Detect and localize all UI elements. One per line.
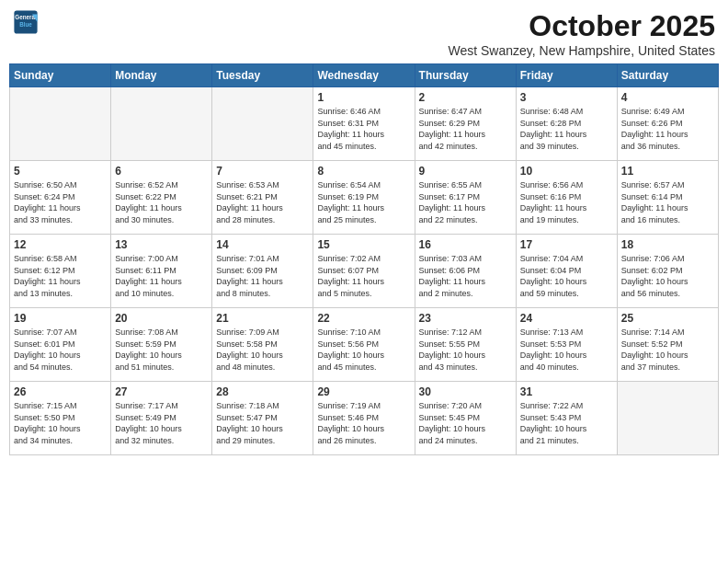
calendar-cell: 21Sunrise: 7:09 AM Sunset: 5:58 PM Dayli… bbox=[212, 308, 313, 382]
day-info: Sunrise: 6:52 AM Sunset: 6:22 PM Dayligh… bbox=[115, 179, 208, 225]
week-row-3: 19Sunrise: 7:07 AM Sunset: 6:01 PM Dayli… bbox=[10, 308, 719, 382]
day-info: Sunrise: 6:57 AM Sunset: 6:14 PM Dayligh… bbox=[621, 179, 714, 225]
day-number: 25 bbox=[621, 312, 714, 325]
day-number: 24 bbox=[520, 312, 613, 325]
day-number: 13 bbox=[115, 238, 208, 251]
calendar-cell: 26Sunrise: 7:15 AM Sunset: 5:50 PM Dayli… bbox=[10, 382, 111, 455]
day-number: 26 bbox=[14, 385, 107, 398]
calendar-cell: 15Sunrise: 7:02 AM Sunset: 6:07 PM Dayli… bbox=[313, 235, 415, 308]
calendar-cell: 22Sunrise: 7:10 AM Sunset: 5:56 PM Dayli… bbox=[313, 308, 415, 382]
calendar-cell: 9Sunrise: 6:55 AM Sunset: 6:17 PM Daylig… bbox=[415, 161, 516, 235]
day-info: Sunrise: 6:56 AM Sunset: 6:16 PM Dayligh… bbox=[520, 179, 613, 225]
calendar-cell bbox=[10, 87, 111, 161]
day-number: 12 bbox=[14, 238, 107, 251]
day-header-sunday: Sunday bbox=[10, 64, 111, 87]
day-number: 14 bbox=[216, 238, 309, 251]
day-number: 11 bbox=[621, 165, 714, 178]
day-info: Sunrise: 7:02 AM Sunset: 6:07 PM Dayligh… bbox=[317, 253, 410, 299]
day-info: Sunrise: 7:09 AM Sunset: 5:58 PM Dayligh… bbox=[216, 327, 309, 373]
day-info: Sunrise: 7:20 AM Sunset: 5:45 PM Dayligh… bbox=[419, 400, 512, 446]
day-number: 6 bbox=[115, 165, 208, 178]
week-row-0: 1Sunrise: 6:46 AM Sunset: 6:31 PM Daylig… bbox=[10, 87, 719, 161]
day-number: 28 bbox=[216, 385, 309, 398]
day-header-wednesday: Wednesday bbox=[313, 64, 415, 87]
day-number: 19 bbox=[14, 312, 107, 325]
calendar-cell: 6Sunrise: 6:52 AM Sunset: 6:22 PM Daylig… bbox=[111, 161, 212, 235]
header-row: SundayMondayTuesdayWednesdayThursdayFrid… bbox=[10, 64, 719, 87]
day-number: 17 bbox=[520, 238, 613, 251]
location-subtitle: West Swanzey, New Hampshire, United Stat… bbox=[449, 43, 716, 58]
day-number: 29 bbox=[317, 385, 410, 398]
day-info: Sunrise: 7:08 AM Sunset: 5:59 PM Dayligh… bbox=[115, 327, 208, 373]
svg-text:Blue: Blue bbox=[19, 21, 32, 28]
day-info: Sunrise: 7:22 AM Sunset: 5:43 PM Dayligh… bbox=[520, 400, 613, 446]
day-info: Sunrise: 6:48 AM Sunset: 6:28 PM Dayligh… bbox=[520, 106, 613, 152]
calendar-cell: 19Sunrise: 7:07 AM Sunset: 6:01 PM Dayli… bbox=[10, 308, 111, 382]
day-info: Sunrise: 6:58 AM Sunset: 6:12 PM Dayligh… bbox=[14, 253, 107, 299]
week-row-1: 5Sunrise: 6:50 AM Sunset: 6:24 PM Daylig… bbox=[10, 161, 719, 235]
day-info: Sunrise: 7:04 AM Sunset: 6:04 PM Dayligh… bbox=[520, 253, 613, 299]
day-info: Sunrise: 6:54 AM Sunset: 6:19 PM Dayligh… bbox=[317, 179, 410, 225]
month-title: October 2025 bbox=[449, 9, 716, 43]
calendar-cell: 7Sunrise: 6:53 AM Sunset: 6:21 PM Daylig… bbox=[212, 161, 313, 235]
day-number: 22 bbox=[317, 312, 410, 325]
calendar-cell: 8Sunrise: 6:54 AM Sunset: 6:19 PM Daylig… bbox=[313, 161, 415, 235]
day-info: Sunrise: 6:47 AM Sunset: 6:29 PM Dayligh… bbox=[419, 106, 512, 152]
day-header-saturday: Saturday bbox=[617, 64, 718, 87]
calendar-cell: 24Sunrise: 7:13 AM Sunset: 5:53 PM Dayli… bbox=[516, 308, 617, 382]
calendar-cell: 14Sunrise: 7:01 AM Sunset: 6:09 PM Dayli… bbox=[212, 235, 313, 308]
day-number: 9 bbox=[419, 165, 512, 178]
logo-icon: General Blue bbox=[13, 9, 39, 35]
day-number: 21 bbox=[216, 312, 309, 325]
calendar-cell: 5Sunrise: 6:50 AM Sunset: 6:24 PM Daylig… bbox=[10, 161, 111, 235]
day-info: Sunrise: 7:03 AM Sunset: 6:06 PM Dayligh… bbox=[419, 253, 512, 299]
header: General Blue October 2025 West Swanzey, … bbox=[9, 9, 719, 58]
calendar-cell: 13Sunrise: 7:00 AM Sunset: 6:11 PM Dayli… bbox=[111, 235, 212, 308]
day-number: 27 bbox=[115, 385, 208, 398]
day-number: 8 bbox=[317, 165, 410, 178]
day-number: 10 bbox=[520, 165, 613, 178]
day-number: 15 bbox=[317, 238, 410, 251]
calendar-cell: 18Sunrise: 7:06 AM Sunset: 6:02 PM Dayli… bbox=[617, 235, 718, 308]
day-number: 3 bbox=[520, 91, 613, 104]
day-number: 4 bbox=[621, 91, 714, 104]
week-row-2: 12Sunrise: 6:58 AM Sunset: 6:12 PM Dayli… bbox=[10, 235, 719, 308]
calendar-cell: 1Sunrise: 6:46 AM Sunset: 6:31 PM Daylig… bbox=[313, 87, 415, 161]
day-number: 20 bbox=[115, 312, 208, 325]
calendar-cell: 31Sunrise: 7:22 AM Sunset: 5:43 PM Dayli… bbox=[516, 382, 617, 455]
calendar-cell bbox=[212, 87, 313, 161]
calendar-cell: 29Sunrise: 7:19 AM Sunset: 5:46 PM Dayli… bbox=[313, 382, 415, 455]
calendar-cell bbox=[617, 382, 718, 455]
day-info: Sunrise: 7:06 AM Sunset: 6:02 PM Dayligh… bbox=[621, 253, 714, 299]
calendar-cell: 3Sunrise: 6:48 AM Sunset: 6:28 PM Daylig… bbox=[516, 87, 617, 161]
week-row-4: 26Sunrise: 7:15 AM Sunset: 5:50 PM Dayli… bbox=[10, 382, 719, 455]
calendar-table: SundayMondayTuesdayWednesdayThursdayFrid… bbox=[9, 63, 719, 455]
calendar-cell: 10Sunrise: 6:56 AM Sunset: 6:16 PM Dayli… bbox=[516, 161, 617, 235]
day-info: Sunrise: 7:17 AM Sunset: 5:49 PM Dayligh… bbox=[115, 400, 208, 446]
calendar-cell: 11Sunrise: 6:57 AM Sunset: 6:14 PM Dayli… bbox=[617, 161, 718, 235]
day-info: Sunrise: 7:10 AM Sunset: 5:56 PM Dayligh… bbox=[317, 327, 410, 373]
day-info: Sunrise: 6:46 AM Sunset: 6:31 PM Dayligh… bbox=[317, 106, 410, 152]
day-info: Sunrise: 7:15 AM Sunset: 5:50 PM Dayligh… bbox=[14, 400, 107, 446]
day-header-thursday: Thursday bbox=[415, 64, 516, 87]
day-info: Sunrise: 6:49 AM Sunset: 6:26 PM Dayligh… bbox=[621, 106, 714, 152]
calendar-cell: 25Sunrise: 7:14 AM Sunset: 5:52 PM Dayli… bbox=[617, 308, 718, 382]
day-number: 16 bbox=[419, 238, 512, 251]
day-info: Sunrise: 7:18 AM Sunset: 5:47 PM Dayligh… bbox=[216, 400, 309, 446]
calendar-cell bbox=[111, 87, 212, 161]
calendar-cell: 2Sunrise: 6:47 AM Sunset: 6:29 PM Daylig… bbox=[415, 87, 516, 161]
calendar-cell: 16Sunrise: 7:03 AM Sunset: 6:06 PM Dayli… bbox=[415, 235, 516, 308]
title-area: October 2025 West Swanzey, New Hampshire… bbox=[449, 9, 716, 58]
day-number: 31 bbox=[520, 385, 613, 398]
calendar-cell: 28Sunrise: 7:18 AM Sunset: 5:47 PM Dayli… bbox=[212, 382, 313, 455]
day-number: 5 bbox=[14, 165, 107, 178]
day-info: Sunrise: 7:00 AM Sunset: 6:11 PM Dayligh… bbox=[115, 253, 208, 299]
calendar-cell: 27Sunrise: 7:17 AM Sunset: 5:49 PM Dayli… bbox=[111, 382, 212, 455]
day-info: Sunrise: 6:50 AM Sunset: 6:24 PM Dayligh… bbox=[14, 179, 107, 225]
day-info: Sunrise: 7:14 AM Sunset: 5:52 PM Dayligh… bbox=[621, 327, 714, 373]
calendar-cell: 12Sunrise: 6:58 AM Sunset: 6:12 PM Dayli… bbox=[10, 235, 111, 308]
calendar-cell: 30Sunrise: 7:20 AM Sunset: 5:45 PM Dayli… bbox=[415, 382, 516, 455]
day-info: Sunrise: 7:13 AM Sunset: 5:53 PM Dayligh… bbox=[520, 327, 613, 373]
day-number: 7 bbox=[216, 165, 309, 178]
day-info: Sunrise: 7:12 AM Sunset: 5:55 PM Dayligh… bbox=[419, 327, 512, 373]
